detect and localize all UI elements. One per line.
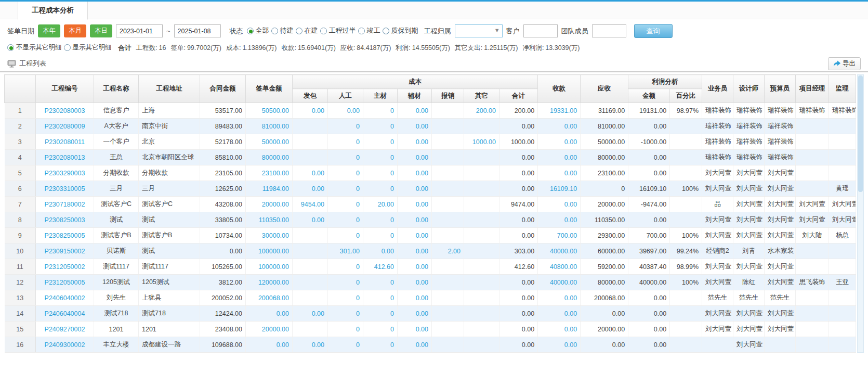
supervisor-cell: 杨总 <box>829 228 856 243</box>
cost-fabao-cell <box>293 228 328 243</box>
cost-baoxiao-cell <box>432 306 464 322</box>
date-to-input[interactable] <box>174 24 221 37</box>
status-radio-2[interactable]: 待建 <box>271 26 294 35</box>
project-manager-cell <box>796 290 829 306</box>
estimator-cell: 水木家装 <box>765 243 796 259</box>
cost-qita-cell: 200.00 <box>464 103 499 119</box>
salesman-cell: 瑞祥装饰 <box>702 103 733 119</box>
cost-rengong-cell: 0 <box>328 197 363 212</box>
status-radio-3[interactable]: 在建 <box>296 26 318 35</box>
table-scrollbar[interactable] <box>857 74 864 353</box>
cost-zhucai-cell: 0 <box>363 228 398 243</box>
cost-fucai-cell: 0.00 <box>398 150 432 165</box>
radio-icon <box>271 28 278 34</box>
team-member-input[interactable] <box>592 24 626 37</box>
status-radio-6[interactable]: 质保到期 <box>383 26 418 35</box>
radio-icon <box>358 28 365 34</box>
tab-bar: 工程成本分析 <box>0 2 868 19</box>
status-radio-4[interactable]: 工程过半 <box>320 26 356 35</box>
project-code-link[interactable]: P2312050005 <box>36 275 94 290</box>
salesman-cell: 经销商2 <box>702 243 733 259</box>
cost-zhucai-cell: 0 <box>363 212 398 228</box>
tab-project-cost-analysis[interactable]: 工程成本分析 <box>18 2 88 20</box>
detail-radio-2[interactable]: 显示其它明细 <box>64 43 112 52</box>
project-address-cell: 测试1117 <box>139 259 200 275</box>
project-manager-cell: 刘大陆 <box>796 228 829 243</box>
project-code-link[interactable]: P2303290003 <box>36 165 94 181</box>
project-name-cell: A大客户 <box>94 119 139 134</box>
col-cost-fucai: 辅材 <box>398 89 432 103</box>
row-index-cell: 1 <box>5 103 36 119</box>
search-button[interactable]: 查询 <box>634 24 673 38</box>
cost-fucai-cell: 0.00 <box>398 306 432 322</box>
project-code-link[interactable]: P2303310005 <box>36 181 94 197</box>
radio-icon <box>320 28 327 34</box>
supervisor-cell <box>829 337 856 353</box>
sign-date-label: 签单日期 <box>7 27 34 36</box>
project-code-link[interactable]: P2308250005 <box>36 228 94 243</box>
customer-input[interactable] <box>523 24 558 37</box>
export-label: 导出 <box>843 59 856 68</box>
cost-baoxiao-cell <box>432 197 464 212</box>
project-code-link[interactable]: P2409270002 <box>36 322 94 337</box>
project-code-link[interactable]: P2312050002 <box>36 259 94 275</box>
shoukuan-cell: 40000.00 <box>538 243 581 259</box>
cost-total-cell: 0.00 <box>499 119 538 134</box>
this-day-button[interactable]: 本日 <box>90 24 112 37</box>
designer-cell: 范先生 <box>733 290 765 306</box>
stat-label: 应收: <box>340 44 355 52</box>
project-code-link[interactable]: P2406040002 <box>36 290 94 306</box>
project-code-link[interactable]: P2309150002 <box>36 243 94 259</box>
scrollbar-thumb[interactable] <box>858 75 863 192</box>
estimator-cell: 刘大同萱 <box>765 212 796 228</box>
profit-amount-cell: -9474.00 <box>628 197 670 212</box>
col-profit-amount: 金额 <box>628 89 670 103</box>
designer-cell: 刘大同萱 <box>733 165 765 181</box>
shoukuan-cell: 40800.00 <box>538 259 581 275</box>
project-code-link[interactable]: P2302080013 <box>36 150 94 165</box>
project-code-link[interactable]: P2302080011 <box>36 134 94 150</box>
project-code-link[interactable]: P2302080009 <box>36 119 94 134</box>
yingshou-cell: 110350.00 <box>581 212 628 228</box>
sign-amount-cell: 100000.00 <box>246 243 293 259</box>
cost-zhucai-cell: 412.60 <box>363 259 398 275</box>
col-project-code: 工程编号 <box>36 75 94 103</box>
project-name-cell: 一个客户 <box>94 134 139 150</box>
status-radio-1[interactable]: 全部 <box>247 26 269 35</box>
this-year-button[interactable]: 本年 <box>38 24 60 37</box>
project-address-cell: 1201 <box>139 322 200 337</box>
table-row: 10P2309150002贝诺斯测试0.00100000.00301.000.0… <box>5 243 856 259</box>
cost-fucai-cell: 0.00 <box>398 259 432 275</box>
project-code-link[interactable]: P2307180002 <box>36 197 94 212</box>
project-belong-select[interactable]: ▼ <box>455 24 503 37</box>
profit-percent-cell: 99.24% <box>670 243 702 259</box>
cost-total-cell: 0.00 <box>499 322 538 337</box>
summary-stat: 收款:15.69401(万) <box>281 44 335 53</box>
export-button[interactable]: 导出 <box>828 57 861 70</box>
supervisor-cell: 瑞祥装饰 <box>829 103 856 119</box>
project-code-link[interactable]: P2409300002 <box>36 337 94 353</box>
salesman-cell: 瑞祥装饰 <box>702 119 733 134</box>
date-from-input[interactable] <box>116 24 163 37</box>
estimator-cell: 刘大同萱 <box>765 228 796 243</box>
yingshou-cell: 20000.00 <box>581 322 628 337</box>
project-code-link[interactable]: P2406040004 <box>36 306 94 322</box>
cost-qita-cell <box>464 212 499 228</box>
sign-amount-cell: 23100.00 <box>246 165 293 181</box>
project-code-link[interactable]: P2302080003 <box>36 103 94 119</box>
cost-zhucai-cell: 0 <box>363 150 398 165</box>
cost-fucai-cell: 0.00 <box>398 243 432 259</box>
cost-fucai-cell: 0.00 <box>398 275 432 290</box>
this-month-button[interactable]: 本月 <box>64 24 86 37</box>
cost-qita-cell <box>464 290 499 306</box>
yingshou-cell: 80000.00 <box>581 150 628 165</box>
salesman-cell <box>702 337 733 353</box>
status-radio-5[interactable]: 竣工 <box>358 26 380 35</box>
cost-baoxiao-cell <box>432 290 464 306</box>
project-manager-cell <box>796 150 829 165</box>
cost-total-cell: 0.00 <box>499 212 538 228</box>
cost-fucai-cell: 0.00 <box>398 337 432 353</box>
detail-radio-1[interactable]: 不显示其它明细 <box>7 43 62 52</box>
project-code-link[interactable]: P2308250003 <box>36 212 94 228</box>
project-name-cell: 1205测试 <box>94 275 139 290</box>
